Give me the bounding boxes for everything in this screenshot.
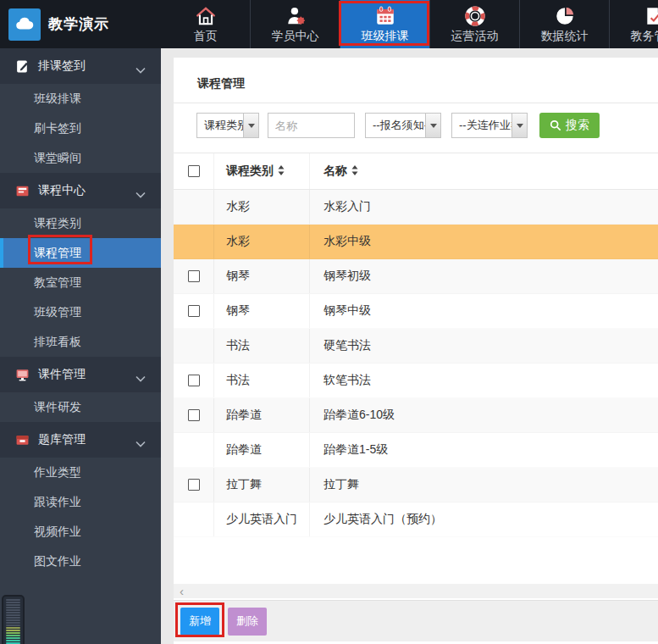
sidebar-group-question-bank[interactable]: 题库管理 <box>0 422 161 458</box>
sidebar-item-video-homework[interactable]: 视频作业 <box>0 517 161 547</box>
sidebar-item-classroom-management[interactable]: 教室管理 <box>0 268 161 297</box>
nav-item-edu-admin[interactable]: 教务管理 <box>610 0 658 48</box>
chevron-down-icon <box>511 114 527 137</box>
row-checkbox[interactable] <box>188 305 200 317</box>
table-row[interactable]: 书法硬笔书法 <box>174 329 658 364</box>
sidebar-item-classroom-moments[interactable]: 课堂瞬间 <box>0 143 161 173</box>
horizontal-scrollbar[interactable]: ‹ <box>174 584 658 598</box>
meter-tick <box>6 607 20 608</box>
pie-chart-icon <box>554 5 576 27</box>
column-header-name[interactable]: 名称 <box>310 153 658 189</box>
search-button[interactable]: 搜索 <box>539 113 600 138</box>
course-category-select[interactable]: 课程类别 <box>196 113 259 138</box>
meter-tick <box>6 637 20 639</box>
nav-label: 教务管理 <box>631 29 658 44</box>
delete-button[interactable]: 删除 <box>228 608 267 636</box>
meter-tick <box>6 622 20 624</box>
meter-tick <box>6 635 20 636</box>
nav-item-home[interactable]: 首页 <box>161 0 251 48</box>
sidebar-item-reading-homework[interactable]: 跟读作业 <box>0 487 161 517</box>
row-checkbox[interactable] <box>188 409 200 421</box>
row-checkbox-cell <box>174 398 214 432</box>
nav-label: 数据统计 <box>541 29 589 44</box>
chevron-down-icon <box>135 187 146 194</box>
table-row[interactable]: 钢琴钢琴中级 <box>174 294 658 329</box>
table-row[interactable]: 拉丁舞拉丁舞 <box>174 468 658 502</box>
lifebuoy-icon <box>464 5 486 27</box>
linked-homework-select[interactable]: --关连作业类 <box>451 113 528 138</box>
sidebar-item-courseware-dev[interactable]: 课件研发 <box>0 392 161 422</box>
sidebar-item-class-scheduling[interactable]: 班级排课 <box>0 84 161 114</box>
sidebar-item-class-management[interactable]: 班级管理 <box>0 297 161 327</box>
cell-category: 水彩 <box>214 225 310 258</box>
sidebar-group-schedule-signin[interactable]: 排课签到 <box>0 48 161 84</box>
table-header: 课程类别 名称 <box>174 153 658 190</box>
level-meter <box>2 595 25 644</box>
courseware-icon <box>15 368 30 382</box>
row-checkbox[interactable] <box>188 479 200 491</box>
title-divider <box>174 103 658 103</box>
cell-category: 跆拳道 <box>214 398 310 432</box>
top-nav: 首页学员中心班级排课运营活动数据统计教务管理 <box>161 0 658 48</box>
sidebar-item-card-signin[interactable]: 刷卡签到 <box>0 114 161 143</box>
signup-notice-select[interactable]: --报名须知-- <box>365 113 441 138</box>
table-row[interactable]: 跆拳道跆拳道6-10级 <box>174 398 658 433</box>
nav-item-student-center[interactable]: 学员中心 <box>251 0 340 48</box>
nav-label: 学员中心 <box>272 29 319 44</box>
sidebar-item-homework-type[interactable]: 作业类型 <box>0 458 161 487</box>
main-panel: 课程管理 课程类别 --报名须知-- --关连作业类 搜索 <box>174 58 658 644</box>
nav-item-class-scheduling[interactable]: 班级排课 <box>340 0 430 48</box>
sidebar-item-image-text-homework[interactable]: 图文作业 <box>0 547 161 576</box>
table-row[interactable]: 书法软笔书法 <box>174 364 658 398</box>
select-all-checkbox[interactable] <box>188 165 200 177</box>
table-row[interactable]: 钢琴钢琴初级 <box>174 259 658 294</box>
meter-tick <box>6 632 20 634</box>
sidebar: 排课签到班级排课刷卡签到课堂瞬间课程中心课程类别课程管理教室管理班级管理排班看板… <box>0 48 161 644</box>
app-window: 教学演示 首页学员中心班级排课运营活动数据统计教务管理 排课签到班级排课刷卡签到… <box>0 0 658 644</box>
sidebar-group-course-center[interactable]: 课程中心 <box>0 173 161 208</box>
cell-name: 跆拳道6-10级 <box>310 398 658 432</box>
sidebar-group-courseware-management[interactable]: 课件管理 <box>0 357 161 392</box>
cell-category: 水彩 <box>214 190 310 224</box>
nav-label: 运营活动 <box>451 29 499 44</box>
table-row[interactable]: 水彩水彩入门 <box>174 190 658 225</box>
meter-tick <box>6 614 20 616</box>
column-header-category[interactable]: 课程类别 <box>214 153 310 189</box>
meter-tick <box>6 599 20 601</box>
meter-tick <box>6 604 20 606</box>
calendar-icon <box>374 5 396 27</box>
sidebar-item-course-management[interactable]: 课程管理 <box>0 238 161 268</box>
chevron-down-icon <box>135 436 146 443</box>
row-checkbox-cell <box>174 329 214 363</box>
cell-category: 书法 <box>214 329 310 363</box>
page-title: 课程管理 <box>197 76 245 92</box>
row-checkbox[interactable] <box>188 270 200 282</box>
cell-name: 钢琴中级 <box>310 294 658 328</box>
app-title: 教学演示 <box>48 14 109 34</box>
chevron-down-icon <box>135 371 146 378</box>
meter-tick <box>6 625 20 626</box>
chevron-down-icon <box>135 63 146 69</box>
row-checkbox-cell <box>174 364 214 397</box>
question-bank-icon <box>15 433 30 447</box>
add-button[interactable]: 新增 <box>180 608 219 636</box>
table-row[interactable]: 水彩水彩中级 <box>174 225 658 259</box>
home-icon <box>195 5 217 27</box>
meter-tick <box>6 619 20 621</box>
sidebar-item-course-category[interactable]: 课程类别 <box>0 208 161 238</box>
nav-item-operations[interactable]: 运营活动 <box>430 0 520 48</box>
table-row[interactable]: 跆拳道跆拳道1-5级 <box>174 433 658 468</box>
row-checkbox-cell <box>174 502 214 536</box>
sort-icon <box>351 164 358 178</box>
table-row[interactable]: 少儿英语入门少儿英语入门（预约） <box>174 502 658 537</box>
row-checkbox[interactable] <box>188 375 200 386</box>
nav-item-statistics[interactable]: 数据统计 <box>520 0 610 48</box>
row-checkbox-cell <box>174 225 214 258</box>
student-center-icon <box>285 5 307 27</box>
scroll-left-arrow[interactable]: ‹ <box>174 585 184 597</box>
meter-tick <box>6 602 20 603</box>
sidebar-item-schedule-board[interactable]: 排班看板 <box>0 327 161 357</box>
row-checkbox-cell <box>174 433 214 467</box>
sidebar-group-label: 课件管理 <box>38 367 86 382</box>
name-search-input[interactable] <box>268 113 355 138</box>
